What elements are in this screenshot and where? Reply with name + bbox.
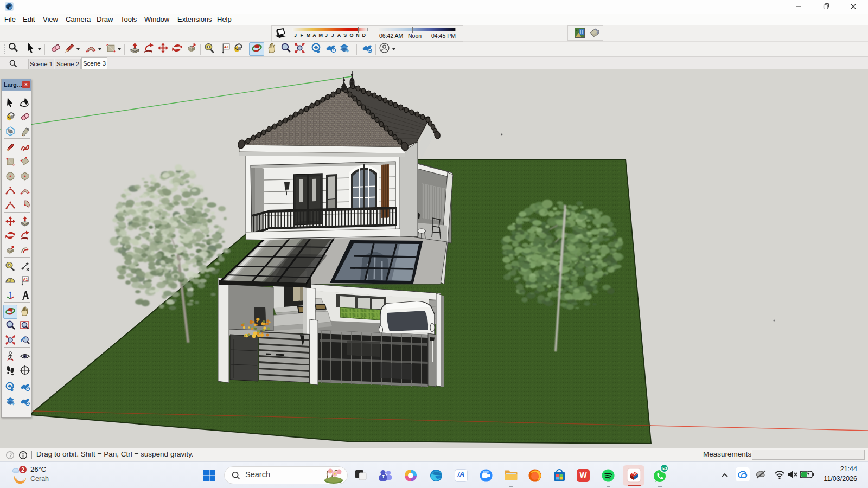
svg-text:A1: A1 bbox=[23, 278, 28, 281]
svg-text:A1: A1 bbox=[224, 44, 229, 49]
svg-text:T: T bbox=[382, 474, 385, 479]
svg-text:2: 2 bbox=[21, 467, 24, 473]
svg-text:zoom: zoom bbox=[483, 471, 489, 473]
